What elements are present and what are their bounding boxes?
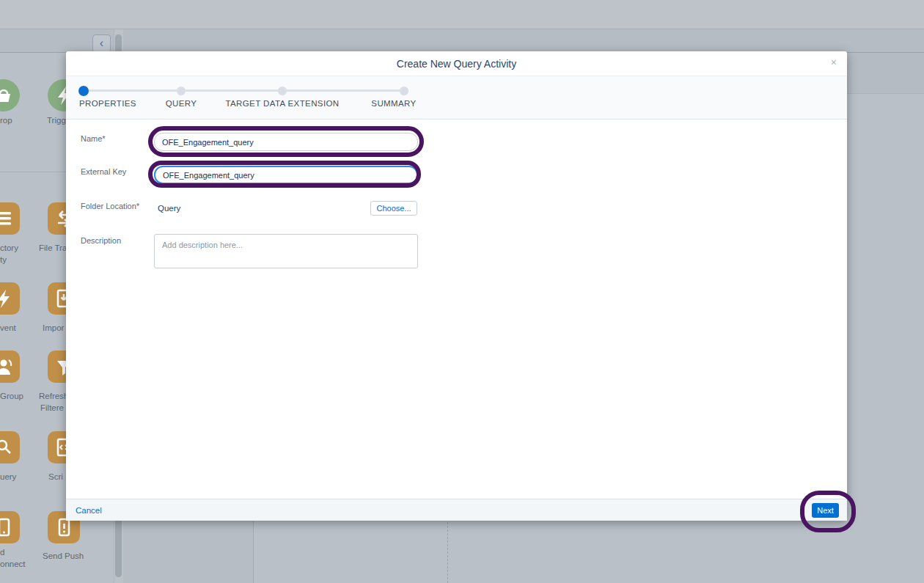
modal-footer: Cancel Next: [66, 499, 847, 521]
description-label: Description: [81, 236, 121, 245]
cancel-link[interactable]: Cancel: [76, 499, 102, 521]
progress-track: [84, 89, 404, 92]
fire-event-label: vent: [0, 323, 16, 334]
folder-location-value: Query: [158, 204, 180, 213]
modal-header: Create New Query Activity ×: [66, 51, 847, 76]
script-label: Scri: [48, 472, 63, 483]
refresh-group-label: Group: [0, 391, 23, 402]
folder-location-label: Folder Location*: [81, 202, 139, 210]
name-label: Name*: [81, 134, 106, 143]
close-icon[interactable]: ×: [831, 57, 837, 67]
sql-query-icon[interactable]: [0, 431, 20, 463]
wizard-progress: PROPERTIES QUERY TARGET DATA EXTENSION S…: [66, 76, 847, 120]
top-tab-bar: [0, 0, 924, 29]
file-drop-icon[interactable]: [0, 79, 20, 111]
step-dot-properties[interactable]: [78, 86, 89, 96]
send-connect-label-1: d: [0, 547, 4, 558]
refresh-filtered-label-2: Filtere: [40, 403, 64, 414]
send-connect-label-2: onnect: [0, 559, 26, 570]
file-drop-label: rop: [0, 115, 12, 126]
refresh-group-icon[interactable]: [0, 351, 20, 383]
canvas-header-row: [0, 29, 924, 53]
step-label-query[interactable]: QUERY: [166, 99, 197, 108]
step-label-target-de[interactable]: TARGET DATA EXTENSION: [225, 99, 339, 108]
external-key-label: External Key: [81, 167, 126, 176]
refresh-filtered-label-1: Refresh: [39, 391, 68, 402]
step-dot-summary[interactable]: [400, 87, 408, 95]
modal-title: Create New Query Activity: [66, 58, 847, 70]
triggered-label: Trigg: [47, 115, 66, 126]
annotation-ring-next-button: [800, 491, 856, 532]
collapse-palette-button[interactable]: ‹: [92, 34, 111, 53]
annotation-ring-name-input: [148, 126, 424, 157]
create-query-activity-modal: Create New Query Activity × PROPERTIES Q…: [66, 51, 847, 521]
annotation-ring-external-key-input: [148, 161, 421, 188]
sql-query-label: uery: [0, 472, 16, 483]
send-connect-icon[interactable]: [0, 511, 20, 543]
chevron-left-icon: ‹: [100, 37, 103, 49]
step-label-summary[interactable]: SUMMARY: [371, 99, 416, 108]
step-label-properties[interactable]: PROPERTIES: [79, 99, 136, 108]
file-transfer-label: File Tra: [39, 243, 67, 254]
data-factory-utility-label-2: ty: [0, 254, 7, 265]
step-dot-target-de[interactable]: [278, 87, 287, 95]
data-factory-utility-label-1: ctory: [0, 243, 18, 254]
description-textarea[interactable]: [154, 234, 418, 268]
fire-event-icon[interactable]: [0, 282, 20, 315]
choose-folder-button[interactable]: Choose...: [370, 201, 417, 216]
send-push-label: Send Push: [43, 551, 84, 562]
import-file-label: Impor: [43, 323, 64, 334]
data-factory-utility-icon[interactable]: [0, 202, 20, 235]
step-dot-query[interactable]: [177, 87, 186, 95]
